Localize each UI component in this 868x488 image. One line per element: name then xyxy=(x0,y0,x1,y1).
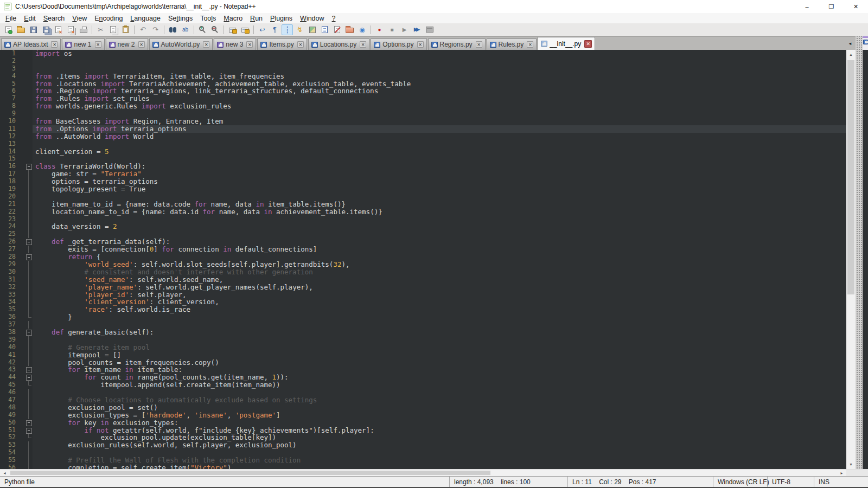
code-text[interactable] xyxy=(33,216,846,223)
bookmark-margin[interactable] xyxy=(20,73,25,80)
bookmark-margin[interactable] xyxy=(20,298,25,306)
vertical-scrollbar[interactable]: ▴ ▾ xyxy=(846,50,856,469)
code-text[interactable]: class TerrariaWorld(World): xyxy=(33,163,846,170)
menu-encoding[interactable]: Encoding xyxy=(91,14,126,23)
code-text[interactable]: 'race': self.world.is_race xyxy=(33,306,846,313)
tab-close-icon[interactable]: ✕ xyxy=(246,41,253,48)
bookmark-margin[interactable] xyxy=(20,381,25,389)
undo-icon[interactable]: ↶ xyxy=(137,24,149,35)
code-text[interactable]: def generate_basic(self): xyxy=(33,329,846,336)
bookmark-margin[interactable] xyxy=(20,389,25,396)
code-text[interactable] xyxy=(33,230,846,238)
zoom-out-icon[interactable] xyxy=(209,24,221,35)
bookmark-margin[interactable] xyxy=(20,110,25,118)
code-text[interactable]: 'seed_name': self.world.seed_name, xyxy=(33,276,846,284)
bookmark-margin[interactable] xyxy=(20,87,25,95)
macro-record-icon[interactable]: ● xyxy=(374,24,385,35)
scroll-up-arrow-icon[interactable]: ▴ xyxy=(846,50,856,59)
code-text[interactable]: def _get_terraria_data(self): xyxy=(33,238,846,246)
view-splitter[interactable] xyxy=(856,50,863,469)
code-text[interactable]: client_version = 5 xyxy=(33,148,846,156)
tab-close-icon[interactable]: ✕ xyxy=(584,40,592,48)
code-text[interactable]: from BaseClasses import Region, Entrance… xyxy=(33,118,846,125)
macro-save-icon[interactable] xyxy=(424,24,435,35)
code-text[interactable]: import os xyxy=(33,50,846,57)
macro-playback-icon[interactable]: ▶ xyxy=(399,24,410,35)
word-wrap-icon[interactable]: ↩ xyxy=(257,24,268,35)
bookmark-margin[interactable] xyxy=(20,102,25,110)
bookmark-margin[interactable] xyxy=(20,329,25,336)
bookmark-margin[interactable] xyxy=(20,223,25,230)
tab-init-py[interactable]: __init__.py✕ xyxy=(538,37,595,50)
code-text[interactable]: from worlds.generic.Rules import exclusi… xyxy=(33,102,846,110)
fold-collapse-icon[interactable] xyxy=(25,238,33,246)
bookmark-margin[interactable] xyxy=(20,404,25,412)
bookmark-margin[interactable] xyxy=(20,155,25,163)
code-text[interactable] xyxy=(33,155,846,163)
code-text[interactable]: # consistent and doesn't interfere with … xyxy=(33,268,846,276)
code-text[interactable]: options = terraria_options xyxy=(33,178,846,185)
bookmark-margin[interactable] xyxy=(20,50,25,57)
scroll-down-arrow-icon[interactable]: ▾ xyxy=(846,460,856,469)
bookmark-margin[interactable] xyxy=(20,427,25,434)
horizontal-scroll-thumb[interactable] xyxy=(10,471,490,475)
code-editor[interactable]: 1import os234from .Items import Terraria… xyxy=(0,50,846,469)
project-panel-icon[interactable] xyxy=(344,24,355,35)
tab-close-icon[interactable]: ✕ xyxy=(476,41,482,48)
code-text[interactable]: return { xyxy=(33,253,846,261)
bookmark-margin[interactable] xyxy=(20,321,25,329)
fold-collapse-icon[interactable] xyxy=(25,163,33,170)
second-view-tab-edge[interactable] xyxy=(863,36,868,50)
code-text[interactable]: itempool = [] xyxy=(33,351,846,359)
code-text[interactable]: exclusion_pool.update(exclusion_table[ke… xyxy=(33,434,846,441)
tab-close-icon[interactable]: ✕ xyxy=(360,41,366,48)
macro-stop-icon[interactable]: ■ xyxy=(386,24,398,35)
view-splitter-top[interactable] xyxy=(856,36,863,50)
bookmark-margin[interactable] xyxy=(20,118,25,125)
menu-edit[interactable]: Edit xyxy=(20,14,40,23)
code-text[interactable]: 'world_seed': self.world.slot_seeds[self… xyxy=(33,261,846,268)
bookmark-margin[interactable] xyxy=(20,419,25,427)
menu-language[interactable]: Language xyxy=(126,14,164,23)
menu-settings[interactable]: Settings xyxy=(164,14,196,23)
document-list-icon[interactable] xyxy=(319,24,330,35)
code-text[interactable]: } xyxy=(33,313,846,321)
menu-plugins[interactable]: Plugins xyxy=(266,14,296,23)
bookmark-margin[interactable] xyxy=(20,313,25,321)
code-text[interactable]: 'player_id': self.player, xyxy=(33,291,846,299)
bookmark-margin[interactable] xyxy=(20,238,25,246)
bookmark-margin[interactable] xyxy=(20,193,25,201)
bookmark-margin[interactable] xyxy=(20,170,25,178)
horizontal-scroll-track[interactable] xyxy=(9,470,837,476)
paste-icon[interactable] xyxy=(120,24,131,35)
menu-search[interactable]: Search xyxy=(40,14,69,23)
folder-as-workspace-icon[interactable] xyxy=(331,24,343,35)
code-text[interactable]: from .Locations import TerrariaAchieveme… xyxy=(33,80,846,88)
scroll-left-arrow-icon[interactable]: ◂ xyxy=(0,470,9,476)
bookmark-margin[interactable] xyxy=(20,65,25,73)
horizontal-scrollbar[interactable]: ◂ ▸ xyxy=(0,469,868,476)
bookmark-margin[interactable] xyxy=(20,253,25,261)
document-map-icon[interactable] xyxy=(307,24,318,35)
code-text[interactable]: for count in range(pool_counts.get(item_… xyxy=(33,374,846,381)
tab-options-py[interactable]: Options.py✕ xyxy=(371,38,426,50)
code-text[interactable]: 'player_name': self.world.get_player_nam… xyxy=(33,284,846,291)
save-all-icon[interactable] xyxy=(40,24,52,35)
bookmark-margin[interactable] xyxy=(20,291,25,299)
code-text[interactable]: exclusion_rules(self.world, self.player,… xyxy=(33,441,846,449)
menu-file[interactable]: File xyxy=(2,14,20,23)
code-text[interactable]: pool_counts = item_frequencies.copy() xyxy=(33,359,846,367)
bookmark-margin[interactable] xyxy=(20,268,25,276)
code-text[interactable] xyxy=(33,65,846,73)
code-text[interactable]: from .Rules import set_rules xyxy=(33,95,846,102)
print-icon[interactable] xyxy=(78,24,89,35)
tab-close-icon[interactable]: ✕ xyxy=(51,41,58,48)
bookmark-margin[interactable] xyxy=(20,216,25,223)
code-text[interactable]: completion = self.create_item("Victory") xyxy=(33,464,846,469)
bookmark-margin[interactable] xyxy=(20,230,25,238)
bookmark-margin[interactable] xyxy=(20,457,25,464)
tab-close-icon[interactable]: ✕ xyxy=(297,41,304,48)
bookmark-margin[interactable] xyxy=(20,351,25,359)
bookmark-margin[interactable] xyxy=(20,95,25,102)
close-button[interactable]: ✕ xyxy=(844,0,868,13)
